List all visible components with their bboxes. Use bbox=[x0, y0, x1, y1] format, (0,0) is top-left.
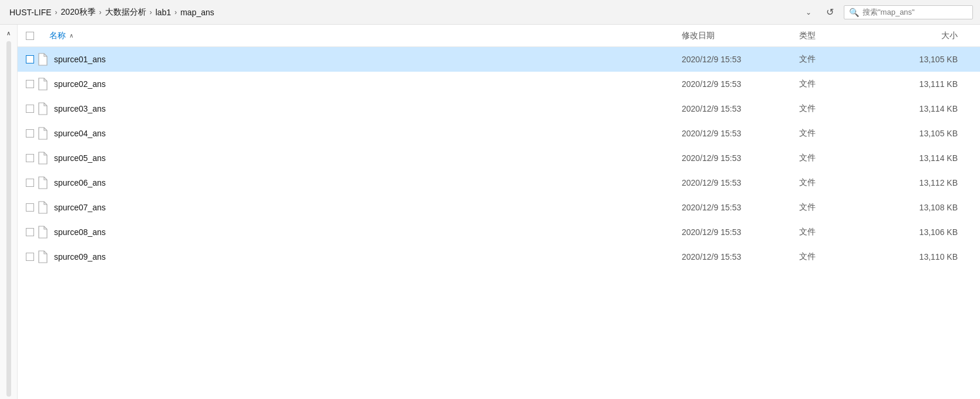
row-checkbox-7[interactable] bbox=[22, 228, 38, 236]
file-name-5: spurce06_ans bbox=[54, 178, 682, 187]
search-box: 🔍 bbox=[844, 5, 973, 19]
file-size-8: 13,110 KB bbox=[881, 252, 975, 261]
breadcrumb-item-3[interactable]: lab1 bbox=[153, 6, 173, 18]
checkbox-4[interactable] bbox=[26, 154, 34, 162]
file-date-4: 2020/12/9 15:53 bbox=[682, 153, 799, 163]
file-date-8: 2020/12/9 15:53 bbox=[682, 252, 799, 261]
name-column-label[interactable]: 名称 bbox=[49, 31, 66, 41]
table-row[interactable]: spurce06_ans 2020/12/9 15:53 文件 13,112 K… bbox=[18, 170, 980, 195]
table-row[interactable]: spurce07_ans 2020/12/9 15:53 文件 13,108 K… bbox=[18, 195, 980, 220]
table-row[interactable]: spurce01_ans 2020/12/9 15:53 文件 13,105 K… bbox=[18, 47, 980, 72]
file-name-7: spurce08_ans bbox=[54, 227, 682, 237]
file-size-5: 13,112 KB bbox=[881, 178, 975, 187]
file-type-8: 文件 bbox=[799, 252, 881, 262]
breadcrumb-separator-0: › bbox=[55, 8, 58, 16]
table-row[interactable]: spurce04_ans 2020/12/9 15:53 文件 13,105 K… bbox=[18, 121, 980, 146]
table-row[interactable]: spurce02_ans 2020/12/9 15:53 文件 13,111 K… bbox=[18, 72, 980, 96]
row-checkbox-6[interactable] bbox=[22, 203, 38, 212]
breadcrumb-separator-3: › bbox=[174, 8, 177, 16]
main-content: ∧ 名称 ∧ 修改日期 类型 大小 bbox=[0, 25, 980, 399]
file-name-3: spurce04_ans bbox=[54, 129, 682, 138]
column-type-header[interactable]: 类型 bbox=[799, 31, 881, 41]
row-checkbox-4[interactable] bbox=[22, 154, 38, 162]
table-row[interactable]: spurce05_ans 2020/12/9 15:53 文件 13,114 K… bbox=[18, 146, 980, 170]
breadcrumb-item-1[interactable]: 2020秋季 bbox=[59, 6, 98, 19]
checkbox-7[interactable] bbox=[26, 228, 34, 236]
file-icon-7 bbox=[38, 226, 50, 239]
sidebar-scroll: ∧ bbox=[0, 25, 18, 399]
file-name-1: spurce02_ans bbox=[54, 79, 682, 89]
file-date-2: 2020/12/9 15:53 bbox=[682, 104, 799, 113]
file-size-1: 13,111 KB bbox=[881, 79, 975, 89]
file-date-7: 2020/12/9 15:53 bbox=[682, 227, 799, 237]
file-icon-5 bbox=[38, 176, 50, 189]
file-size-7: 13,106 KB bbox=[881, 227, 975, 237]
select-all-checkbox[interactable] bbox=[22, 32, 38, 40]
checkbox-3[interactable] bbox=[26, 129, 34, 138]
column-name-header[interactable]: 名称 ∧ bbox=[38, 31, 682, 41]
row-checkbox-2[interactable] bbox=[22, 105, 38, 113]
file-name-0: spurce01_ans bbox=[54, 55, 682, 64]
file-list-container: 名称 ∧ 修改日期 类型 大小 spurce01_ans 2020/12/9 1… bbox=[18, 25, 980, 399]
checkbox-all[interactable] bbox=[26, 32, 34, 40]
file-type-5: 文件 bbox=[799, 177, 881, 188]
column-size-header[interactable]: 大小 bbox=[881, 31, 975, 41]
file-icon-3 bbox=[38, 127, 50, 140]
row-checkbox-0[interactable] bbox=[22, 55, 38, 63]
file-icon-8 bbox=[38, 250, 50, 263]
file-explorer-window: HUST-LIFE › 2020秋季 › 大数据分析 › lab1 › map_… bbox=[0, 0, 980, 399]
file-date-6: 2020/12/9 15:53 bbox=[682, 203, 799, 212]
row-checkbox-1[interactable] bbox=[22, 80, 38, 88]
search-input[interactable] bbox=[863, 8, 968, 16]
table-row[interactable]: spurce03_ans 2020/12/9 15:53 文件 13,114 K… bbox=[18, 96, 980, 121]
file-type-4: 文件 bbox=[799, 153, 881, 163]
column-date-header[interactable]: 修改日期 bbox=[682, 31, 799, 41]
file-icon-4 bbox=[38, 152, 50, 165]
checkbox-0[interactable] bbox=[26, 55, 34, 63]
row-checkbox-5[interactable] bbox=[22, 179, 38, 187]
file-type-7: 文件 bbox=[799, 227, 881, 237]
table-row[interactable]: spurce08_ans 2020/12/9 15:53 文件 13,106 K… bbox=[18, 220, 980, 244]
address-bar: HUST-LIFE › 2020秋季 › 大数据分析 › lab1 › map_… bbox=[0, 0, 980, 25]
file-date-1: 2020/12/9 15:53 bbox=[682, 79, 799, 89]
sort-arrow-icon: ∧ bbox=[69, 32, 73, 39]
breadcrumb-separator-1: › bbox=[99, 8, 102, 16]
checkbox-6[interactable] bbox=[26, 203, 34, 212]
file-size-0: 13,105 KB bbox=[881, 55, 975, 64]
file-date-0: 2020/12/9 15:53 bbox=[682, 55, 799, 64]
checkbox-1[interactable] bbox=[26, 80, 34, 88]
file-type-1: 文件 bbox=[799, 79, 881, 89]
scroll-up-button[interactable]: ∧ bbox=[3, 27, 15, 39]
breadcrumb-item-2[interactable]: 大数据分析 bbox=[103, 6, 149, 19]
file-type-2: 文件 bbox=[799, 103, 881, 114]
file-icon-2 bbox=[38, 102, 50, 115]
file-rows: spurce01_ans 2020/12/9 15:53 文件 13,105 K… bbox=[18, 47, 980, 269]
file-date-5: 2020/12/9 15:53 bbox=[682, 178, 799, 187]
checkbox-2[interactable] bbox=[26, 105, 34, 113]
column-headers: 名称 ∧ 修改日期 类型 大小 bbox=[18, 25, 980, 47]
row-checkbox-3[interactable] bbox=[22, 129, 38, 138]
breadcrumb-dropdown-button[interactable]: ⌄ bbox=[801, 5, 816, 19]
breadcrumb-item-4[interactable]: map_ans bbox=[178, 6, 217, 18]
file-type-6: 文件 bbox=[799, 202, 881, 213]
row-checkbox-8[interactable] bbox=[22, 253, 38, 261]
breadcrumb-item-0[interactable]: HUST-LIFE bbox=[7, 6, 54, 18]
breadcrumb: HUST-LIFE › 2020秋季 › 大数据分析 › lab1 › map_… bbox=[7, 6, 797, 19]
file-name-8: spurce09_ans bbox=[54, 252, 682, 261]
checkbox-5[interactable] bbox=[26, 179, 34, 187]
file-icon-1 bbox=[38, 78, 50, 90]
file-name-6: spurce07_ans bbox=[54, 203, 682, 212]
file-size-6: 13,108 KB bbox=[881, 203, 975, 212]
refresh-button[interactable]: ↺ bbox=[821, 4, 838, 21]
file-name-2: spurce03_ans bbox=[54, 104, 682, 113]
file-size-3: 13,105 KB bbox=[881, 129, 975, 138]
address-controls: ⌄ ↺ 🔍 bbox=[801, 4, 973, 21]
file-size-2: 13,114 KB bbox=[881, 104, 975, 113]
checkbox-8[interactable] bbox=[26, 253, 34, 261]
breadcrumb-separator-2: › bbox=[150, 8, 152, 16]
scroll-track[interactable] bbox=[6, 41, 11, 397]
file-icon-6 bbox=[38, 201, 50, 214]
file-name-4: spurce05_ans bbox=[54, 153, 682, 163]
file-date-3: 2020/12/9 15:53 bbox=[682, 129, 799, 138]
table-row[interactable]: spurce09_ans 2020/12/9 15:53 文件 13,110 K… bbox=[18, 244, 980, 269]
